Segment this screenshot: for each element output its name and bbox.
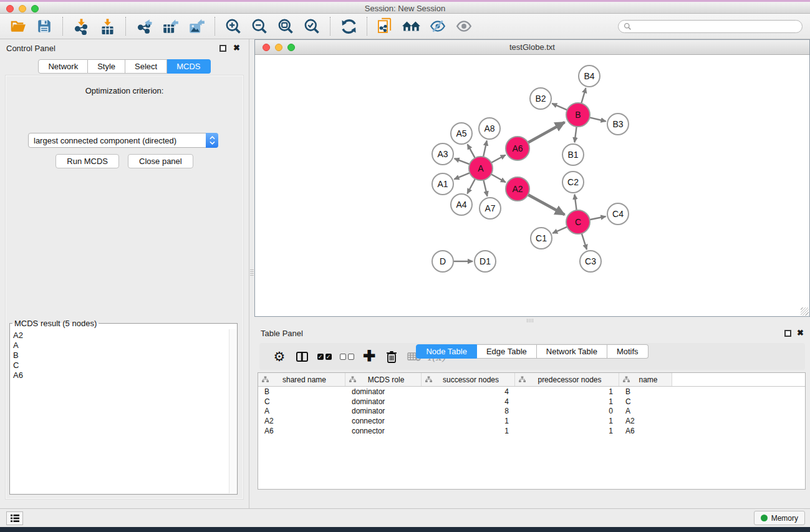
- table-tab-node-table[interactable]: Node Table: [416, 344, 477, 359]
- close-panel-icon[interactable]: ✖: [233, 43, 240, 52]
- float-panel-icon[interactable]: [219, 45, 226, 52]
- edge-C-C3[interactable]: [582, 233, 587, 249]
- tab-mcds[interactable]: MCDS: [167, 59, 210, 74]
- edge-B-B4[interactable]: [581, 88, 586, 104]
- apply-layout-icon[interactable]: [338, 16, 359, 36]
- edge-A-A6[interactable]: [491, 155, 506, 163]
- node-A4[interactable]: A4: [451, 194, 472, 215]
- status-bar: Memory: [0, 508, 810, 527]
- tab-style[interactable]: Style: [88, 59, 125, 74]
- edge-B-B1[interactable]: [574, 127, 576, 142]
- control-panel: Control Panel ✖ NetworkStyleSelectMCDS O…: [0, 39, 249, 508]
- node-A2[interactable]: A2: [506, 177, 529, 201]
- table-tab-network-table[interactable]: Network Table: [537, 344, 607, 359]
- split-divider-grip[interactable]: [527, 319, 533, 322]
- edge-A2-C[interactable]: [528, 195, 565, 215]
- node-B2[interactable]: B2: [530, 88, 551, 109]
- edge-A-A1[interactable]: [454, 173, 470, 179]
- search-field[interactable]: [618, 20, 803, 33]
- node-B[interactable]: B: [566, 103, 590, 127]
- edge-A-A7[interactable]: [483, 180, 487, 196]
- node-A6[interactable]: A6: [506, 137, 529, 160]
- mcds-result-item[interactable]: A6: [13, 370, 229, 380]
- node-C[interactable]: C: [566, 210, 590, 234]
- edge-A-A5[interactable]: [468, 144, 475, 158]
- svg-text:B2: B2: [535, 94, 546, 104]
- node-C2[interactable]: C2: [562, 172, 584, 193]
- window-resize-grip[interactable]: [801, 307, 809, 316]
- mcds-result-item[interactable]: C: [13, 360, 229, 370]
- hide-selected-eye-slash-icon[interactable]: [427, 16, 448, 36]
- svg-text:C3: C3: [585, 256, 596, 266]
- task-history-button[interactable]: [6, 511, 23, 525]
- edge-C-C2[interactable]: [574, 195, 576, 210]
- node-A[interactable]: A: [469, 157, 493, 180]
- table-tab-motifs[interactable]: Motifs: [607, 344, 648, 359]
- edge-A6-B[interactable]: [528, 122, 565, 143]
- node-D[interactable]: D: [432, 251, 453, 272]
- node-A7[interactable]: A7: [480, 198, 501, 219]
- table-tab-edge-table[interactable]: Edge Table: [477, 344, 537, 359]
- network-graph[interactable]: B4B2BB3A5A8A6A3B1AA1C2A2A4A7C4CC1C3DD1: [255, 55, 809, 317]
- network-title: testGlobe.txt: [255, 42, 809, 52]
- node-C1[interactable]: C1: [531, 228, 552, 249]
- search-input[interactable]: [635, 22, 797, 31]
- node-B3[interactable]: B3: [607, 114, 629, 135]
- edge-C-C4[interactable]: [590, 216, 606, 220]
- import-network-icon[interactable]: [70, 16, 92, 36]
- table-panel: Table Panel ✖ ⚙ ✓✓ ✚ f(x) shared nameM: [254, 324, 810, 508]
- close-table-panel-icon[interactable]: ✖: [797, 328, 804, 337]
- tab-select[interactable]: Select: [125, 59, 167, 74]
- first-neighbors-icon[interactable]: [401, 16, 422, 36]
- edge-C-C1[interactable]: [552, 227, 567, 233]
- tab-network[interactable]: Network: [38, 59, 88, 74]
- svg-text:A5: A5: [456, 128, 466, 138]
- edge-A-A3[interactable]: [455, 158, 470, 164]
- svg-text:B: B: [575, 110, 581, 120]
- control-panel-tabs: NetworkStyleSelectMCDS: [0, 59, 249, 74]
- svg-text:D: D: [440, 256, 446, 266]
- mcds-result-item[interactable]: B: [13, 351, 229, 360]
- export-image-icon[interactable]: [186, 16, 207, 36]
- table-panel-title: Table Panel: [261, 329, 303, 338]
- mcds-result-item[interactable]: A: [13, 341, 229, 351]
- new-network-from-selection-icon[interactable]: [375, 16, 396, 36]
- node-A3[interactable]: A3: [432, 143, 453, 165]
- zoom-fit-icon[interactable]: [275, 16, 296, 36]
- edge-A-A4[interactable]: [467, 179, 475, 194]
- close-panel-button[interactable]: Close panel: [128, 154, 193, 168]
- node-A1[interactable]: A1: [432, 173, 453, 195]
- node-A8[interactable]: A8: [479, 118, 500, 139]
- svg-text:A4: A4: [456, 200, 466, 210]
- node-C4[interactable]: C4: [607, 203, 629, 225]
- run-mcds-button[interactable]: Run MCDS: [55, 154, 119, 168]
- zoom-out-icon[interactable]: [249, 16, 270, 36]
- edge-A-A8[interactable]: [483, 140, 487, 157]
- svg-text:A1: A1: [437, 179, 448, 189]
- export-table-icon[interactable]: [160, 16, 181, 36]
- node-B1[interactable]: B1: [562, 144, 584, 165]
- optimization-criterion-select[interactable]: largest connected component (directed): [28, 133, 218, 148]
- node-B4[interactable]: B4: [579, 65, 600, 87]
- float-table-panel-icon[interactable]: [784, 330, 791, 337]
- zoom-in-icon[interactable]: [223, 16, 244, 36]
- edge-B-B2[interactable]: [552, 104, 567, 110]
- save-session-icon[interactable]: [34, 16, 55, 36]
- zoom-selected-icon[interactable]: [301, 16, 322, 36]
- edge-A-A2[interactable]: [491, 174, 506, 182]
- svg-text:B1: B1: [567, 150, 578, 160]
- memory-button[interactable]: Memory: [754, 511, 805, 525]
- result-scrollbar[interactable]: [229, 329, 236, 493]
- titlebar: Session: New Session: [0, 0, 810, 14]
- node-D1[interactable]: D1: [475, 251, 496, 272]
- node-C3[interactable]: C3: [580, 251, 601, 272]
- edge-B-B3[interactable]: [589, 117, 605, 121]
- import-table-icon[interactable]: [97, 16, 118, 36]
- panel-divider-grip[interactable]: [250, 268, 254, 276]
- show-all-eye-icon[interactable]: [453, 16, 475, 36]
- export-network-icon[interactable]: [133, 16, 155, 36]
- network-canvas[interactable]: B4B2BB3A5A8A6A3B1AA1C2A2A4A7C4CC1C3DD1: [255, 55, 809, 316]
- open-file-icon[interactable]: [7, 16, 29, 36]
- mcds-result-item[interactable]: A2: [13, 331, 229, 341]
- node-A5[interactable]: A5: [451, 123, 472, 144]
